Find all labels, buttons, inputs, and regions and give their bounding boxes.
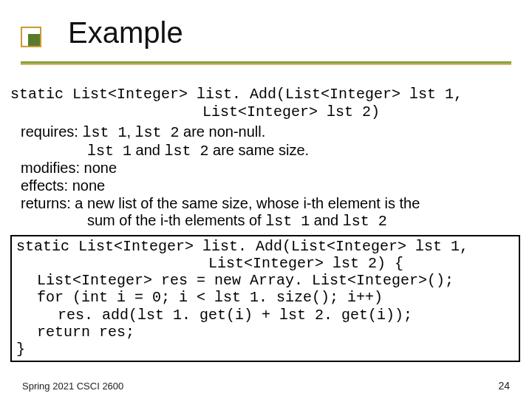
slide-number: 24 [498,380,510,392]
requires-text-1d: are non-null. [180,123,266,140]
code-line-1: static List<Integer> list. Add(List<Inte… [16,238,468,255]
title-bullet-icon [21,27,40,46]
modifies-keyword: modifies: [21,160,80,176]
specification-block: requires: lst 1, lst 2 are non-null. lst… [10,123,522,231]
requires-text-1b: , [126,123,134,140]
signature-line-2: List<Integer> lst 2) [10,103,522,121]
requires-code-1: lst 1 [82,124,126,141]
slide-body: static List<Integer> list. Add(List<Inte… [10,86,522,362]
returns-code-1: lst 1 [265,213,310,230]
requires-text-2d: are same size. [209,142,310,158]
signature-line-1: static List<Integer> list. Add(List<Inte… [10,86,463,103]
slide: Example static List<Integer> list. Add(L… [0,0,532,399]
requires-clause: requires: lst 1, lst 2 are non-null. [21,123,522,142]
returns-line-2: sum of the i-th elements of lst 1 and ls… [21,212,522,231]
returns-keyword: returns: [21,195,71,211]
implementation-code-box: static List<Integer> list. Add(List<Inte… [10,235,520,362]
requires-line-2: lst 1 and lst 2 are same size. [21,142,522,160]
returns-text-1: a new list of the same size, whose i-th … [71,195,420,211]
code-line-6: return res; [16,324,514,341]
code-line-3: List<Integer> res = new Array. List<Inte… [16,272,514,289]
code-line-2: List<Integer> lst 2) { [16,255,514,272]
effects-keyword: effects: [21,177,68,194]
footer-course: Spring 2021 CSCI 2600 [22,381,123,392]
requires-code-3: lst 1 [87,143,132,160]
code-line-5: res. add(lst 1. get(i) + lst 2. get(i)); [16,307,514,324]
effects-text: none [68,177,105,194]
method-signature: static List<Integer> list. Add(List<Inte… [10,86,522,120]
returns-text-2a: sum of the i-th elements of [87,212,265,228]
modifies-clause: modifies: none [21,160,522,177]
effects-clause: effects: none [21,177,522,195]
requires-text-2b: and [132,142,164,158]
requires-code-2: lst 2 [135,124,180,141]
title-underline-accent [21,64,511,65]
requires-code-4: lst 2 [165,143,209,160]
requires-keyword: requires: [21,123,78,140]
slide-title: Example [68,16,183,50]
modifies-text: none [80,160,117,176]
returns-clause: returns: a new list of the same size, wh… [21,195,522,213]
code-line-4: for (int i = 0; i < lst 1. size(); i++) [16,289,514,306]
code-line-7: } [16,341,25,358]
returns-code-2: lst 2 [343,213,387,230]
returns-text-2c: and [310,212,342,228]
